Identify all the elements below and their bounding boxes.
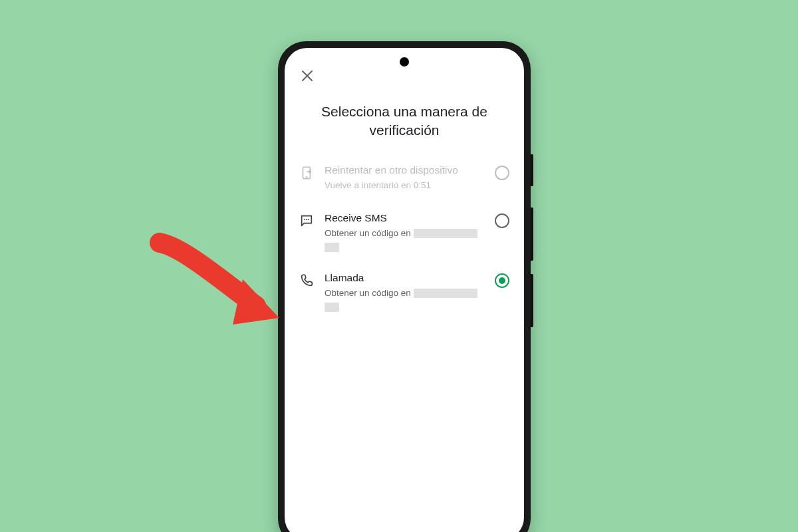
option-call[interactable]: Llamada Obtener un código en — [299, 265, 509, 325]
svg-point-5 — [306, 219, 307, 220]
phone-frame: Selecciona una manera de verificación Re… — [278, 41, 531, 532]
redacted-phone-part — [414, 289, 477, 298]
phone-side-button — [531, 207, 533, 261]
svg-point-6 — [308, 219, 309, 220]
device-arrow-icon — [299, 166, 314, 180]
phone-side-button — [531, 274, 533, 327]
subtitle-prefix: Obtener un código en — [325, 227, 411, 240]
phone-side-button — [531, 154, 533, 186]
redacted-phone-part — [325, 303, 339, 312]
redacted-phone-part — [325, 243, 339, 252]
close-icon — [299, 68, 315, 84]
annotation-arrow — [140, 233, 293, 339]
redacted-phone-part — [414, 229, 477, 238]
option-subtitle: Obtener un código en — [325, 287, 484, 312]
radio-retry — [495, 166, 509, 180]
radio-sms[interactable] — [495, 213, 509, 228]
option-title: Reintentar en otro dispositivo — [325, 164, 484, 176]
option-retry-other-device: Reintentar en otro dispositivo Vuelve a … — [299, 158, 509, 205]
screen: Selecciona una manera de verificación Re… — [285, 48, 524, 532]
front-camera — [400, 57, 409, 66]
option-title: Llamada — [325, 272, 484, 284]
close-button[interactable] — [299, 68, 315, 84]
option-subtitle: Obtener un código en — [325, 227, 484, 252]
option-subtitle: Vuelve a intentarlo en 0:51 — [325, 179, 484, 192]
sms-icon — [299, 213, 314, 228]
svg-point-4 — [304, 219, 305, 220]
subtitle-prefix: Obtener un código en — [325, 287, 411, 300]
phone-icon — [299, 273, 314, 288]
option-sms[interactable]: Receive SMS Obtener un código en — [299, 205, 509, 265]
option-title: Receive SMS — [325, 212, 484, 224]
radio-call[interactable] — [495, 273, 509, 288]
page-title: Selecciona una manera de verificación — [306, 102, 503, 140]
